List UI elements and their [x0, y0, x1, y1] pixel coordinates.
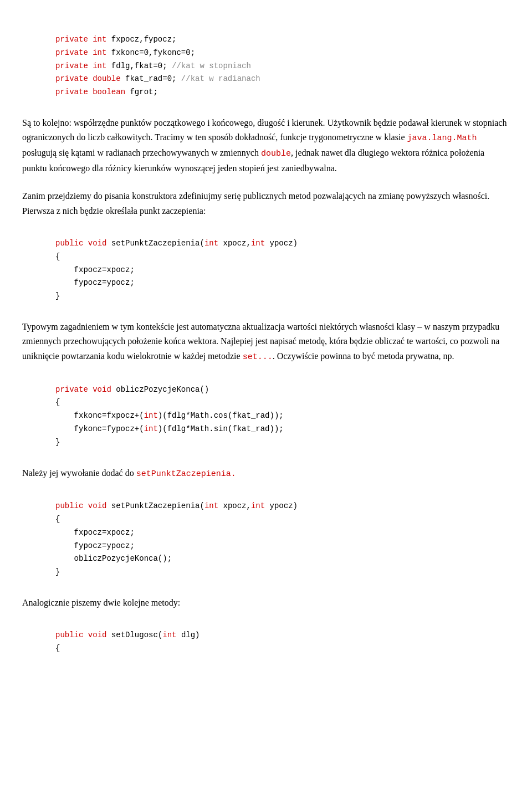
code-line: public void setDlugosc(int dlg)	[55, 629, 510, 642]
keyword: private	[55, 62, 88, 70]
code-line: private double fkat_rad=0; //kat w radia…	[55, 73, 510, 86]
code-line: }	[55, 436, 510, 449]
code-line: private void obliczPozycjeKonca()	[55, 383, 510, 397]
keyword: int	[93, 35, 106, 44]
paragraph-4: Należy jej wywołanie dodać do setPunktZa…	[22, 466, 510, 482]
para-text-5: Analogicznie piszemy dwie kolejne metody…	[22, 596, 510, 610]
code-line: fxpocz=xpocz;	[55, 526, 510, 540]
code-line: fypocz=ypocz;	[55, 540, 510, 553]
keyword: private	[55, 74, 88, 83]
code-line: }	[55, 290, 510, 303]
keyword: private	[55, 385, 88, 394]
keyword: void	[93, 385, 111, 394]
keyword: private	[55, 48, 88, 57]
keyword: int	[251, 239, 265, 248]
code-line: {	[55, 642, 510, 655]
code-line: private int fxpocz,fypocz;	[55, 33, 510, 47]
keyword: void	[88, 631, 107, 639]
keyword: int	[144, 424, 158, 433]
code-line: {	[55, 250, 510, 264]
keyword: boolean	[93, 88, 125, 96]
code-line: private int fxkonc=0,fykonc=0;	[55, 47, 510, 60]
para-text-3: Typowym zagadnieniem w tym kontekście je…	[22, 320, 510, 365]
code-line: private boolean fgrot;	[55, 86, 510, 99]
keyword: int	[251, 501, 265, 510]
code-line: fxpocz=xpocz;	[55, 264, 510, 277]
code-line: fypocz=ypocz;	[55, 276, 510, 290]
keyword: void	[88, 239, 107, 248]
code-line: fykonc=fypocz+(int)(fdlg*Math.sin(fkat_r…	[55, 423, 510, 436]
paragraph-1: Są to kolejno: współrzędne punktów począ…	[22, 116, 510, 176]
para-text-4: Należy jej wywołanie dodać do setPunktZa…	[22, 466, 510, 482]
keyword: public	[55, 501, 83, 510]
code-line: public void setPunktZaczepienia(int xpoc…	[55, 237, 510, 250]
code-line: private int fdlg,fkat=0; //kat w stopnia…	[55, 60, 510, 73]
code-block-1: private int fxpocz,fypocz; private int f…	[22, 28, 510, 105]
inline-code-double: double	[261, 149, 291, 158]
keyword: public	[55, 239, 83, 248]
keyword: int	[93, 62, 106, 70]
keyword: int	[162, 631, 176, 639]
code-line: fxkonc=fxpocz+(int)(fdlg*Math.cos(fkat_r…	[55, 409, 510, 423]
paragraph-5: Analogicznie piszemy dwie kolejne metody…	[22, 596, 510, 610]
keyword: int	[144, 411, 158, 420]
keyword: private	[55, 35, 88, 44]
code-line: obliczPozycjeKonca();	[55, 552, 510, 566]
code-line: public void setPunktZaczepienia(int xpoc…	[55, 500, 510, 513]
code-block-4: public void setPunktZaczepienia(int xpoc…	[22, 494, 510, 585]
inline-code-setPunktZaczepienia: setPunktZaczepienia.	[136, 469, 236, 479]
para-text-2: Zanim przejdziemy do pisania konstruktor…	[22, 189, 510, 218]
code-block-3: private void obliczPozycjeKonca() { fxko…	[22, 378, 510, 455]
code-line: {	[55, 396, 510, 409]
keyword: public	[55, 631, 83, 639]
paragraph-3: Typowym zagadnieniem w tym kontekście je…	[22, 320, 510, 365]
keyword: private	[55, 88, 88, 96]
main-content: private int fxpocz,fypocz; private int f…	[22, 28, 510, 661]
inline-code-set: set...	[243, 352, 273, 362]
keyword: void	[88, 501, 107, 510]
para-text-1: Są to kolejno: współrzędne punktów począ…	[22, 116, 510, 176]
keyword: double	[93, 74, 120, 83]
keyword: int	[204, 239, 218, 248]
paragraph-2: Zanim przejdziemy do pisania konstruktor…	[22, 189, 510, 218]
inline-code-java-lang-math: java.lang.Math	[407, 134, 477, 143]
code-block-2: public void setPunktZaczepienia(int xpoc…	[22, 232, 510, 309]
keyword: int	[93, 48, 106, 57]
keyword: int	[204, 501, 218, 510]
code-line: }	[55, 566, 510, 579]
code-block-5: public void setDlugosc(int dlg) {	[22, 623, 510, 661]
code-line: {	[55, 513, 510, 526]
